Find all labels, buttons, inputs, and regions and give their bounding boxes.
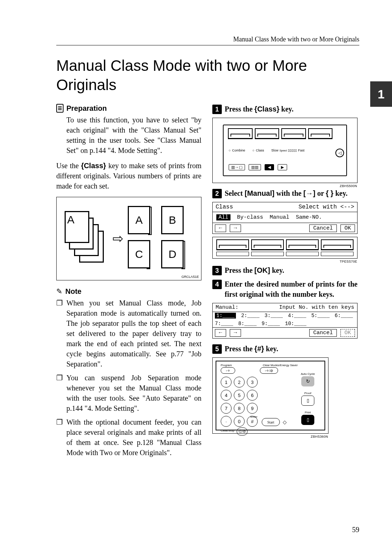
preparation-body: To use this function, you have to select… — [66, 115, 201, 155]
lcd-btn-right[interactable]: → — [230, 224, 241, 232]
class-button[interactable]: ▥▥ — [249, 164, 261, 170]
lcd-btn-left[interactable]: ← — [215, 224, 226, 232]
lcd-tab-byclass[interactable]: By-class — [237, 214, 263, 220]
use-text-before: Use the — [56, 162, 81, 170]
digit-button-dot[interactable]: · — [221, 416, 232, 427]
digit-button-9[interactable]: 9 — [247, 403, 258, 414]
kp-program-label: Program — [221, 364, 232, 367]
softstrip-code: TPESS70E — [340, 260, 357, 263]
digit-button-5[interactable]: 5 — [234, 390, 245, 401]
autocycle-button[interactable]: ↻ — [301, 376, 314, 386]
lcd2-hint: Input No. with ten keys — [279, 304, 354, 311]
step-5-text: Press the {#} key. — [225, 344, 278, 354]
start-button[interactable]: Start — [262, 418, 280, 426]
s5-key: {#} — [254, 345, 264, 353]
section-tab-number: 1 — [378, 87, 385, 101]
step-2: 2 Select [Manual] with the [→] or { } ke… — [212, 188, 358, 198]
panel-speed-row: ○Combine ○Class Slow Speed▯▯▯▯▯ Fast — [229, 149, 332, 152]
lcd2-cell[interactable]: 8:____ — [238, 321, 256, 327]
speed-down-button[interactable]: ◀ — [265, 164, 274, 170]
clearmodes-button[interactable]: ◦✧/⊘ — [260, 367, 278, 374]
combine-button[interactable]: ▥→▢ — [229, 164, 245, 170]
s2-a2: { } — [326, 189, 334, 197]
section-tab: 1 — [370, 81, 392, 107]
digit-button-8[interactable]: 8 — [234, 403, 245, 414]
s3-before: Press the — [225, 266, 254, 274]
lcd2-cell[interactable]: 10:____ — [285, 321, 306, 327]
step-1-text: Press the {Class} key. — [225, 104, 294, 114]
digit-button-0[interactable]: 0 — [234, 416, 245, 427]
speed-up-button[interactable]: ▶ — [278, 164, 287, 170]
step-5: 5 Press the {#} key. — [212, 344, 358, 354]
lcd2-btn-cancel[interactable]: Cancel — [309, 329, 337, 337]
lcd2-cell[interactable]: 4:____ — [288, 313, 306, 319]
digit-button-3[interactable]: 3 — [247, 377, 258, 388]
lcd2-btn-right[interactable]: → — [230, 329, 241, 337]
pencil-icon: ✎ — [56, 287, 62, 296]
softkey — [286, 239, 319, 250]
lcd2-buttons: ← → Cancel OK — [213, 328, 357, 338]
step-1: 1 Press the {Class} key. — [212, 104, 358, 114]
lcd-select-figure: Class Select with <--> All By-class Manu… — [212, 202, 358, 234]
lcd2-cell[interactable]: 5:____ — [311, 313, 330, 319]
lcd2-btn-ok[interactable]: OK — [340, 329, 355, 337]
panel-figure-code: ZBHS500N — [340, 184, 357, 188]
number-keypad-figure: Program Clear Modes/Energy Saver ◦✧ ◦✧/⊘… — [212, 357, 328, 434]
program-button[interactable]: ◦✧ — [221, 367, 235, 374]
diagram-code: GRCLAS1E — [181, 275, 199, 279]
diagram-arrow-icon: ⇨ — [113, 231, 123, 246]
digit-button-2[interactable]: 2 — [234, 377, 245, 388]
diagram-output-piles: A C B D — [128, 206, 193, 271]
lcd2-cell[interactable]: 1:____ — [215, 313, 236, 319]
keypad-right-column: Auto Cycle ↻ Proof ▯ Print ▯ — [297, 372, 319, 430]
lcd-tab-sameno[interactable]: Same-NO. — [296, 214, 322, 220]
running-head: Manual Class Mode with two or More Origi… — [233, 36, 359, 43]
panel-combine-label: Combine — [232, 149, 245, 152]
lcd-tab-all[interactable]: All — [216, 214, 230, 220]
print-button[interactable]: ▯ — [301, 415, 314, 425]
step-1-after: key. — [279, 105, 294, 113]
diagram-output-a: A — [128, 206, 150, 234]
softkey — [216, 239, 249, 250]
kp-clearstop-label: Clear/Stop — [221, 429, 234, 432]
lcd2-cell[interactable]: 9:____ — [262, 321, 280, 327]
clearstop-button[interactable]: Ⓒ/⊘ — [237, 428, 248, 436]
digit-button-1[interactable]: 1 — [221, 377, 232, 388]
lcd2-cell[interactable]: 3:____ — [265, 313, 283, 319]
panel-softkeys — [228, 128, 332, 139]
digit-button-4[interactable]: 4 — [221, 390, 232, 401]
lcd2-cell[interactable]: 6:____ — [335, 313, 353, 319]
lcd-buttons: ← → Cancel OK — [213, 223, 357, 234]
panel-fast-label: Fast — [298, 149, 305, 152]
lcd-btn-ok[interactable]: OK — [340, 224, 355, 232]
kp-enter-label: Enter — [250, 415, 257, 418]
notes-list: When you set Manual Class mode, Job Sepa… — [56, 298, 201, 458]
lcd2-cell[interactable]: 2:____ — [241, 313, 259, 319]
class-key-label: {Class} — [81, 162, 106, 170]
page-title: Manual Class Mode with two or More Origi… — [56, 56, 359, 94]
lcd2-cell[interactable]: 7:____ — [215, 321, 233, 327]
s2-mid: with the — [274, 189, 303, 197]
digit-button-6[interactable]: 6 — [247, 390, 258, 401]
lcd-btn-cancel[interactable]: Cancel — [309, 224, 337, 232]
preparation-icon — [56, 104, 64, 113]
step-badge-4: 4 — [212, 280, 222, 289]
keypad-figure-code: ZBHS360N — [311, 435, 328, 438]
use-paragraph: Use the {Class} key to make sets of prin… — [56, 161, 201, 191]
right-column: 1 Press the {Class} key. ○Combine ○Class… — [212, 104, 358, 461]
lcd-input-figure: Manual: Input No. with ten keys 1:____ 2… — [212, 303, 358, 339]
lcd-tab-manual[interactable]: Manual — [270, 214, 289, 220]
step-badge-2: 2 — [212, 189, 222, 198]
note-item: You can suspend Job Separation mode when… — [56, 373, 201, 413]
digit-button-7[interactable]: 7 — [221, 403, 232, 414]
panel-slow-label: Slow — [271, 149, 278, 152]
s3-key: [OK] — [254, 266, 270, 274]
lcd2-btn-left[interactable]: ← — [215, 329, 226, 337]
kp-print-label: Print — [297, 411, 319, 414]
s5-after: key. — [264, 345, 278, 353]
diagram-letter-a: A — [66, 212, 88, 227]
page-number: 59 — [352, 526, 359, 534]
proof-button[interactable]: ▯ — [301, 396, 314, 406]
preparation-label: Preparation — [66, 104, 107, 113]
lcd-tabs: All By-class Manual Same-NO. — [213, 212, 357, 223]
